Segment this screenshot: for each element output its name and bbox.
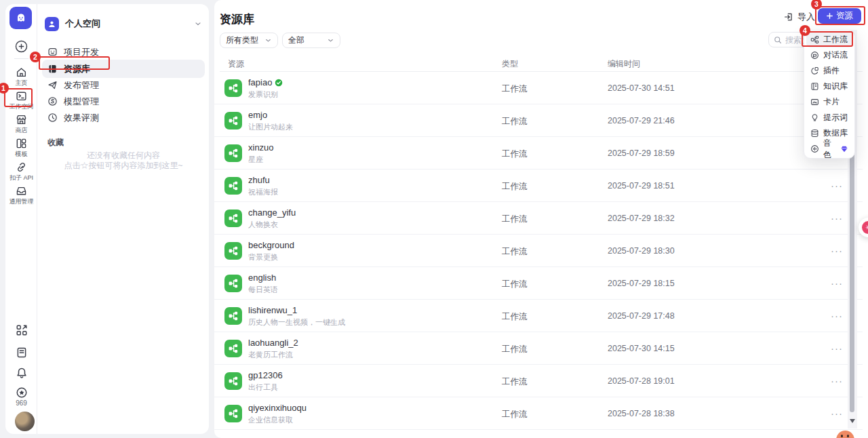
rail-docs-button[interactable] — [5, 346, 37, 359]
resource-description: 企业信息获取 — [248, 415, 293, 425]
resource-edited-time: 2025-07-29 18:51 — [608, 181, 675, 191]
plus-circle-icon — [14, 39, 28, 54]
row-more-button[interactable]: ··· — [827, 372, 846, 389]
resource-description: 让图片动起来 — [248, 122, 293, 132]
scrollbar-down-arrow[interactable] — [850, 419, 855, 423]
table-row[interactable]: lishirenwu_1 历史人物一生视频，一键生成 工作流 2025-07-2… — [214, 300, 863, 332]
resource-name: emjo — [248, 110, 267, 120]
table-row[interactable]: zhufu 祝福海报 工作流 2025-07-29 18:51 ··· — [214, 170, 863, 202]
dropdown-item-chatflow[interactable]: 对话流 — [806, 47, 852, 63]
table-row[interactable]: emjo 让图片动起来 工作流 2025-07-29 21:46 ··· — [214, 104, 863, 137]
create-resource-dropdown: 工作流 对话流 插件 知识库 卡片 提示词 数据库 — [804, 30, 855, 159]
resource-edited-time: 2025-07-29 18:59 — [608, 148, 675, 158]
rail-item-home[interactable]: 主页 — [5, 66, 37, 86]
resource-type: 工作流 — [502, 116, 528, 127]
import-button[interactable]: 导入 — [778, 9, 821, 24]
chatflow-icon — [810, 51, 819, 60]
scope-filter-select[interactable]: 全部 — [282, 33, 340, 48]
sidebar-item-resource-library[interactable]: 资源库 — [42, 60, 205, 78]
rail-item-template[interactable]: 模板 — [5, 138, 37, 157]
table-row[interactable]: change_yifu 人物换衣 工作流 2025-07-29 18:32 ··… — [214, 202, 863, 235]
create-resource-button[interactable]: 资源 — [818, 8, 861, 24]
sidebar-item-models[interactable]: 模型管理 — [42, 92, 205, 111]
column-resource: 资源 — [228, 58, 244, 70]
workspace-switcher[interactable]: 个人空间 — [45, 14, 202, 34]
dropdown-item-card[interactable]: 卡片 — [806, 94, 852, 110]
resource-name: gp12306 — [248, 370, 283, 380]
dropdown-item-plugin[interactable]: 插件 — [806, 63, 852, 79]
rail-shortcuts-button[interactable] — [5, 324, 37, 336]
person-icon — [47, 20, 56, 28]
workflow-tile-icon — [224, 372, 242, 390]
user-avatar[interactable] — [15, 412, 35, 431]
row-more-button[interactable]: ··· — [827, 404, 846, 422]
dropdown-item-knowledge[interactable]: 知识库 — [806, 79, 852, 94]
knowledge-icon — [810, 82, 819, 91]
resource-edited-time: 2025-07-29 18:30 — [608, 246, 675, 256]
table-row[interactable]: fapiao 发票识别 工作流 2025-07-30 14:51 ··· — [214, 72, 863, 104]
row-more-button[interactable]: ··· — [827, 274, 846, 292]
home-icon — [16, 66, 27, 78]
row-more-button[interactable]: ··· — [827, 339, 846, 357]
project-icon — [47, 47, 58, 57]
workspace-icon — [16, 90, 27, 102]
dropdown-item-workflow[interactable]: 工作流 — [806, 32, 852, 47]
prompt-icon — [810, 113, 819, 122]
dropdown-item-voice[interactable]: 音色 — [806, 141, 852, 157]
row-more-button[interactable]: ··· — [827, 241, 846, 259]
resource-type: 工作流 — [502, 83, 528, 95]
sidebar-item-evaluation[interactable]: 效果评测 — [42, 108, 205, 127]
dropdown-label-voice: 音色 — [823, 138, 836, 161]
bell-icon — [16, 367, 28, 379]
dropdown-label-prompt: 提示词 — [823, 112, 848, 123]
resource-edited-time: 2025-07-30 14:15 — [608, 344, 675, 353]
table-row[interactable]: xinzuo 星座 工作流 2025-07-29 18:59 ··· — [214, 137, 863, 170]
table-row[interactable]: qiyexinxihuoqu 企业信息获取 工作流 2025-07-28 18:… — [214, 397, 863, 430]
import-icon — [784, 12, 793, 22]
rail-item-store[interactable]: 商店 — [5, 114, 37, 134]
resource-description: 老黄历工作流 — [248, 350, 293, 360]
row-more-button[interactable]: ··· — [827, 176, 846, 194]
ghost-logo-icon — [14, 12, 28, 25]
create-new-button[interactable] — [14, 39, 28, 54]
type-filter-select[interactable]: 所有类型 — [220, 33, 278, 48]
resource-edited-time: 2025-07-29 18:15 — [608, 279, 675, 288]
sidebar-item-project-dev[interactable]: 项目开发 — [42, 43, 205, 61]
resource-edited-time: 2025-07-29 18:32 — [608, 214, 675, 223]
workflow-tile-icon — [224, 144, 242, 162]
resource-description: 星座 — [248, 155, 263, 165]
table-row[interactable]: laohuangli_2 老黄历工作流 工作流 2025-07-30 14:15… — [214, 332, 863, 365]
rail-points-button[interactable]: 969 — [5, 386, 37, 407]
coze-logo[interactable] — [9, 7, 32, 29]
inbox-icon — [16, 185, 27, 197]
resource-table: fapiao 发票识别 工作流 2025-07-30 14:51 ··· emj… — [214, 72, 863, 430]
dropdown-label-plugin: 插件 — [823, 65, 840, 77]
sidebar-item-publish[interactable]: 发布管理 — [42, 76, 205, 94]
rail-notifications-button[interactable] — [5, 367, 37, 379]
rail-label-api: 扣子 API — [5, 174, 37, 181]
table-row[interactable]: english 每日英语 工作流 2025-07-29 18:15 ··· — [214, 267, 863, 300]
dropdown-label-knowledge: 知识库 — [823, 81, 848, 92]
resource-type: 工作流 — [502, 181, 528, 193]
workflow-tile-icon — [224, 242, 242, 260]
resource-name: english — [248, 273, 276, 283]
dropdown-item-prompt[interactable]: 提示词 — [806, 110, 852, 125]
chevron-down-icon — [194, 20, 202, 28]
row-more-button[interactable]: ··· — [827, 306, 846, 324]
table-row[interactable]: gp12306 出行工具 工作流 2025-07-28 19:01 ··· — [214, 365, 863, 397]
resource-description: 每日英语 — [248, 285, 278, 295]
row-more-button[interactable]: ··· — [827, 209, 846, 226]
rail-item-workspace[interactable]: 工作空间 — [5, 90, 37, 110]
voice-icon — [810, 144, 819, 153]
rail-item-admin[interactable]: 通用管理 — [5, 185, 37, 205]
rail-item-api[interactable]: 扣子 API — [5, 161, 37, 181]
resource-edited-time: 2025-07-29 21:46 — [608, 116, 675, 125]
resource-edited-time: 2025-07-29 17:48 — [608, 311, 675, 321]
column-edited: 编辑时间 — [608, 58, 640, 70]
sidebar-label-resource-library: 资源库 — [64, 63, 90, 75]
evaluate-icon — [47, 113, 58, 123]
create-resource-label: 资源 — [836, 10, 853, 22]
premium-gem-icon — [840, 145, 848, 153]
table-row[interactable]: beckground 背景更换 工作流 2025-07-29 18:30 ··· — [214, 235, 863, 267]
workflow-tile-icon — [224, 210, 242, 227]
